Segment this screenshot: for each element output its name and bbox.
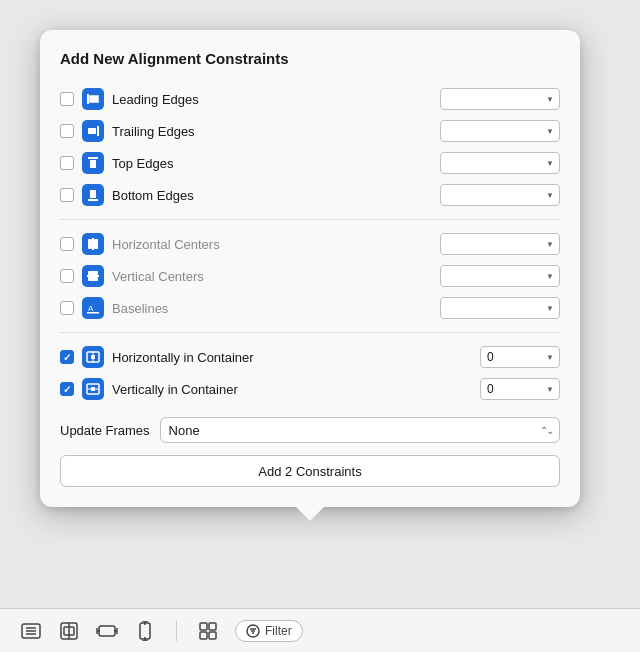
align-center-icon[interactable]	[58, 620, 80, 642]
leading-edges-checkbox[interactable]	[60, 92, 74, 106]
svg-text:A: A	[88, 304, 94, 313]
leading-edges-label: Leading Edges	[112, 92, 432, 107]
baselines-row: A Baselines	[60, 292, 560, 324]
horizontal-centers-select[interactable]	[440, 233, 560, 255]
svg-rect-8	[90, 190, 96, 198]
h-container-select[interactable]: 0	[480, 346, 560, 368]
pin-v-icon[interactable]	[134, 620, 156, 642]
baselines-dropdown-wrapper[interactable]	[440, 297, 560, 319]
bottom-edges-checkbox[interactable]	[60, 188, 74, 202]
horizontal-centers-dropdown-wrapper[interactable]	[440, 233, 560, 255]
constraints-list: Leading Edges Trailing Edges	[60, 83, 560, 405]
bottom-edges-icon	[82, 184, 104, 206]
trailing-edges-row: Trailing Edges	[60, 115, 560, 147]
svg-rect-30	[99, 626, 115, 636]
filter-label: Filter	[265, 624, 292, 638]
bottom-edges-label: Bottom Edges	[112, 188, 432, 203]
popup-title: Add New Alignment Constraints	[60, 50, 560, 67]
update-frames-row: Update Frames None Items of New Constrai…	[60, 417, 560, 443]
horizontal-centers-row: Horizontal Centers	[60, 228, 560, 260]
leading-edges-row: Leading Edges	[60, 83, 560, 115]
v-container-icon	[82, 378, 104, 400]
horizontal-centers-icon	[82, 233, 104, 255]
h-container-row: Horizontally in Container 0	[60, 341, 560, 373]
svg-rect-16	[87, 312, 99, 314]
vertical-centers-icon	[82, 265, 104, 287]
grid-icon[interactable]	[197, 620, 219, 642]
horizontal-centers-label: Horizontal Centers	[112, 237, 432, 252]
vertical-centers-checkbox[interactable]	[60, 269, 74, 283]
align-left-icon[interactable]	[20, 620, 42, 642]
v-container-dropdown-wrapper[interactable]: 0	[480, 378, 560, 400]
leading-edges-icon	[82, 88, 104, 110]
horizontal-centers-checkbox[interactable]	[60, 237, 74, 251]
baselines-checkbox[interactable]	[60, 301, 74, 315]
vertical-centers-label: Vertical Centers	[112, 269, 432, 284]
svg-rect-3	[97, 126, 99, 136]
svg-rect-9	[88, 239, 92, 249]
toolbar-separator	[176, 621, 177, 641]
update-frames-select[interactable]: None Items of New Constraints All Frames…	[160, 417, 560, 443]
vertical-centers-select[interactable]	[440, 265, 560, 287]
svg-rect-12	[88, 271, 98, 275]
add-constraints-button[interactable]: Add 2 Constraints	[60, 455, 560, 487]
trailing-edges-select[interactable]	[440, 120, 560, 142]
svg-rect-41	[209, 623, 216, 630]
v-container-select[interactable]: 0	[480, 378, 560, 400]
leading-edges-dropdown-wrapper[interactable]	[440, 88, 560, 110]
h-container-dropdown-wrapper[interactable]: 0	[480, 346, 560, 368]
trailing-edges-checkbox[interactable]	[60, 124, 74, 138]
bottom-edges-dropdown-wrapper[interactable]	[440, 184, 560, 206]
top-edges-checkbox[interactable]	[60, 156, 74, 170]
svg-rect-42	[200, 632, 207, 639]
h-container-label: Horizontally in Container	[112, 350, 472, 365]
svg-rect-22	[87, 389, 99, 390]
v-container-label: Vertically in Container	[112, 382, 472, 397]
trailing-edges-label: Trailing Edges	[112, 124, 432, 139]
leading-edges-select[interactable]	[440, 88, 560, 110]
bottom-edges-select[interactable]	[440, 184, 560, 206]
filter-button[interactable]: Filter	[235, 620, 303, 642]
v-container-row: Vertically in Container 0	[60, 373, 560, 405]
h-container-icon	[82, 346, 104, 368]
update-frames-select-wrapper[interactable]: None Items of New Constraints All Frames…	[160, 417, 560, 443]
svg-rect-11	[92, 238, 94, 250]
top-edges-icon	[82, 152, 104, 174]
v-container-checkbox[interactable]	[60, 382, 74, 396]
trailing-edges-icon	[82, 120, 104, 142]
divider-1	[60, 219, 560, 220]
top-edges-dropdown-wrapper[interactable]	[440, 152, 560, 174]
update-frames-label: Update Frames	[60, 423, 150, 438]
bottom-toolbar: Filter	[0, 608, 640, 652]
trailing-edges-dropdown-wrapper[interactable]	[440, 120, 560, 142]
baselines-icon: A	[82, 297, 104, 319]
svg-rect-0	[87, 94, 89, 104]
svg-rect-5	[88, 157, 98, 159]
baselines-label: Baselines	[112, 301, 432, 316]
top-edges-select[interactable]	[440, 152, 560, 174]
alignment-constraints-popup: Add New Alignment Constraints Leading Ed…	[40, 30, 580, 507]
top-edges-label: Top Edges	[112, 156, 432, 171]
svg-rect-14	[87, 275, 99, 277]
h-container-checkbox[interactable]	[60, 350, 74, 364]
top-edges-row: Top Edges	[60, 147, 560, 179]
svg-rect-6	[90, 160, 96, 168]
vertical-centers-dropdown-wrapper[interactable]	[440, 265, 560, 287]
baselines-select[interactable]	[440, 297, 560, 319]
svg-rect-35	[140, 623, 150, 639]
svg-rect-2	[90, 96, 98, 102]
vertical-centers-row: Vertical Centers	[60, 260, 560, 292]
divider-2	[60, 332, 560, 333]
bottom-edges-row: Bottom Edges	[60, 179, 560, 211]
svg-rect-13	[88, 277, 98, 281]
svg-rect-43	[209, 632, 216, 639]
svg-rect-7	[88, 199, 98, 201]
svg-rect-40	[200, 623, 207, 630]
svg-rect-10	[94, 239, 98, 249]
svg-rect-19	[93, 351, 94, 363]
pin-h-icon[interactable]	[96, 620, 118, 642]
svg-rect-4	[88, 128, 96, 134]
